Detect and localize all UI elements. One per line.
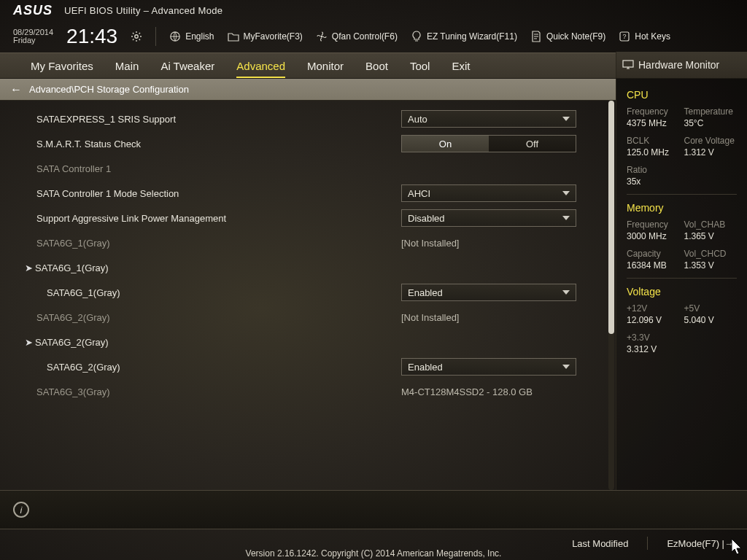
content-area: ← Advanced\PCH Storage Configuration SAT… — [0, 79, 747, 490]
chevron-down-icon — [562, 365, 570, 369]
mem-freq-v: 3000 MHz — [627, 231, 680, 241]
aggr-label: Support Aggressive Link Power Management — [36, 213, 401, 224]
port1-enable-label: SATA6G_1(Gray) — [47, 287, 401, 298]
chevron-down-icon — [562, 191, 570, 195]
scrollbar-thumb[interactable] — [608, 101, 614, 334]
sataexpress-value: Auto — [408, 114, 427, 125]
row-smart: S.M.A.R.T. Status Check On Off — [0, 131, 607, 156]
ezmode-button[interactable]: EzMode(F7) |→ — [667, 538, 734, 549]
row-port3-info: SATA6G_3(Gray) M4-CT128M4SSD2 - 128.0 GB — [0, 379, 607, 404]
back-arrow-icon[interactable]: ← — [10, 83, 22, 96]
vol-chcd-k: Vol_CHCD — [684, 249, 738, 259]
ratio-k: Ratio — [627, 165, 680, 175]
port2-enable-value: Enabled — [408, 362, 443, 373]
port3-value: M4-CT128M4SSD2 - 128.0 GB — [401, 386, 580, 397]
corev-v: 1.312 V — [684, 147, 738, 158]
port2-expand-label: SATA6G_2(Gray) — [35, 337, 400, 348]
chevron-right-icon: ➤ — [25, 262, 35, 273]
qfan-button[interactable]: Qfan Control(F6) — [316, 31, 398, 42]
smart-on[interactable]: On — [402, 136, 489, 152]
eztuning-label: EZ Tuning Wizard(F11) — [427, 31, 517, 42]
last-modified-button[interactable]: Last Modified — [572, 538, 628, 549]
port1-enable-dropdown[interactable]: Enabled — [401, 284, 576, 301]
smart-off[interactable]: Off — [489, 136, 576, 152]
vol-chcd-v: 1.353 V — [684, 260, 738, 271]
svg-point-2 — [320, 36, 322, 38]
port1-enable-value: Enabled — [408, 287, 443, 298]
tab-my-favorites[interactable]: My Favorites — [31, 60, 93, 78]
cpu-temp-k: Temperature — [684, 106, 738, 117]
v5-v: 5.040 V — [684, 315, 738, 325]
ctrl1-mode-value: AHCI — [408, 188, 430, 199]
port2-enable-label: SATA6G_2(Gray) — [47, 362, 401, 373]
row-port2-expand[interactable]: ➤ SATA6G_2(Gray) — [0, 330, 607, 354]
port2-info-label: SATA6G_2(Gray) — [36, 312, 401, 323]
aggr-dropdown[interactable]: Disabled — [401, 209, 576, 227]
myfavorite-button[interactable]: MyFavorite(F3) — [228, 31, 303, 42]
smart-label: S.M.A.R.T. Status Check — [36, 139, 401, 149]
sataexpress-label: SATAEXPRESS_1 SRIS Support — [36, 114, 401, 125]
myfavorite-label: MyFavorite(F3) — [244, 31, 303, 42]
row-port1-info: SATA6G_1(Gray) [Not Installed] — [0, 230, 607, 255]
info-icon: i — [13, 502, 29, 518]
bulb-icon — [411, 31, 422, 42]
tab-boot[interactable]: Boot — [365, 60, 388, 78]
port2-enable-dropdown[interactable]: Enabled — [401, 358, 576, 376]
tab-main[interactable]: Main — [115, 60, 139, 78]
breadcrumb[interactable]: ← Advanced\PCH Storage Configuration — [0, 79, 616, 101]
gear-icon[interactable] — [131, 31, 142, 42]
fan-icon — [316, 31, 328, 42]
row-port1-expand[interactable]: ➤ SATA6G_1(Gray) — [0, 255, 607, 280]
cursor-icon — [731, 538, 744, 556]
cpu-freq-k: Frequency — [627, 106, 680, 117]
language-button[interactable]: English — [169, 31, 214, 42]
date-box: 08/29/2014 Friday — [13, 28, 53, 44]
info-bar: i — [0, 490, 747, 529]
aggr-value: Disabled — [408, 213, 445, 224]
mem-freq-k: Frequency — [627, 219, 680, 230]
quicknote-label: Quick Note(F9) — [546, 31, 605, 42]
cpu-freq-v: 4375 MHz — [627, 118, 680, 128]
tab-tool[interactable]: Tool — [410, 60, 430, 78]
day-text: Friday — [13, 36, 53, 44]
note-icon — [530, 31, 542, 42]
ctrl1-mode-label: SATA Controller 1 Mode Selection — [36, 188, 401, 199]
tab-monitor[interactable]: Monitor — [307, 60, 344, 78]
chevron-down-icon — [562, 117, 570, 121]
row-sataexpress: SATAEXPRESS_1 SRIS Support Auto — [0, 106, 607, 131]
tab-advanced[interactable]: Advanced — [236, 60, 285, 78]
hardware-monitor-header: Hardware Monitor — [616, 52, 747, 78]
language-label: English — [185, 31, 214, 42]
chevron-down-icon — [562, 290, 570, 295]
smart-toggle[interactable]: On Off — [401, 135, 576, 152]
sataexpress-dropdown[interactable]: Auto — [401, 110, 576, 128]
quicknote-button[interactable]: Quick Note(F9) — [530, 31, 605, 42]
tab-ai-tweaker[interactable]: Ai Tweaker — [160, 60, 214, 78]
tab-exit[interactable]: Exit — [452, 60, 470, 78]
separator — [155, 27, 156, 46]
v33-v: 3.312 V — [627, 344, 680, 354]
voltage-heading: Voltage — [627, 286, 737, 298]
v12-k: +12V — [627, 303, 680, 314]
ctrl1-mode-dropdown[interactable]: AHCI — [401, 184, 576, 202]
row-port2-enable: SATA6G_2(Gray) Enabled — [0, 354, 607, 379]
cap-v: 16384 MB — [627, 260, 680, 271]
svg-point-0 — [135, 35, 138, 38]
hotkeys-button[interactable]: ? Hot Keys — [619, 31, 670, 42]
bclk-k: BCLK — [627, 136, 680, 146]
port3-label: SATA6G_3(Gray) — [36, 386, 401, 397]
breadcrumb-path: Advanced\PCH Storage Configuration — [29, 84, 189, 95]
vol-chab-v: 1.365 V — [684, 231, 738, 241]
port2-info-value: [Not Installed] — [401, 312, 580, 323]
question-icon: ? — [619, 31, 630, 42]
row-ctrl1-mode: SATA Controller 1 Mode Selection AHCI — [0, 181, 607, 206]
ratio-v: 35x — [627, 176, 680, 187]
port1-expand-label: SATA6G_1(Gray) — [35, 262, 400, 273]
settings-panel: ← Advanced\PCH Storage Configuration SAT… — [0, 79, 616, 490]
toolbar: 08/29/2014 Friday 21:43 English MyFavori… — [0, 20, 747, 52]
eztuning-button[interactable]: EZ Tuning Wizard(F11) — [411, 31, 517, 42]
scrollbar[interactable] — [608, 101, 614, 490]
title-bar: ASUS UEFI BIOS Utility – Advanced Mode — [0, 0, 747, 20]
hardware-monitor-title: Hardware Monitor — [638, 59, 719, 71]
row-aggr: Support Aggressive Link Power Management… — [0, 206, 607, 230]
